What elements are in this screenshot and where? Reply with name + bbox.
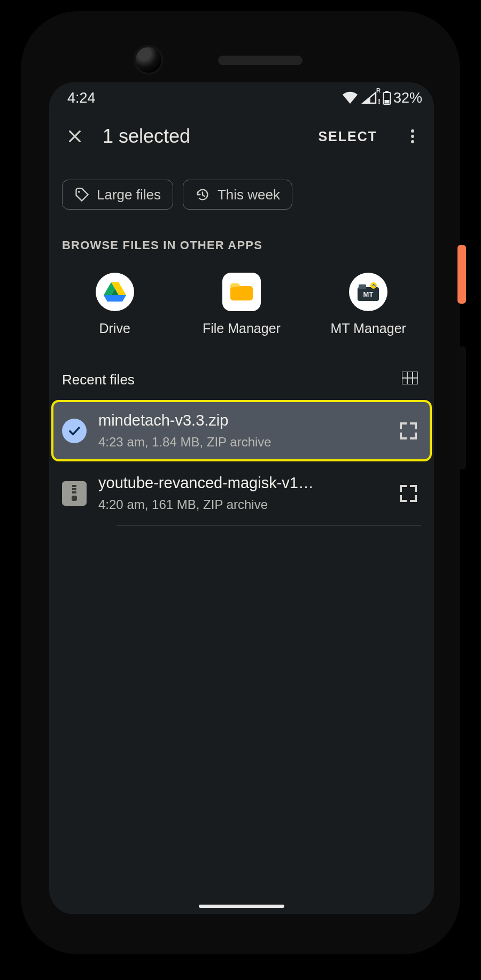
front-camera bbox=[134, 45, 164, 75]
recent-files-header: Recent files bbox=[49, 350, 434, 400]
list-divider bbox=[117, 525, 421, 526]
screen: 4:24 R ! bbox=[49, 82, 434, 914]
power-button bbox=[457, 245, 466, 304]
folder-icon bbox=[222, 273, 261, 311]
svg-point-4 bbox=[411, 135, 414, 138]
gesture-nav-bar bbox=[199, 905, 284, 908]
file-meta: 4:20 am, 161 MB, ZIP archive bbox=[98, 497, 384, 512]
battery-percent: 32% bbox=[393, 90, 422, 106]
overflow-menu-button[interactable] bbox=[398, 121, 428, 151]
close-icon bbox=[66, 128, 83, 145]
browse-app-mt-manager[interactable]: MT MT Manager bbox=[305, 265, 432, 344]
chip-this-week-label: This week bbox=[218, 187, 280, 203]
svg-rect-1 bbox=[385, 91, 389, 92]
browse-app-file-manager[interactable]: File Manager bbox=[178, 265, 305, 344]
svg-rect-12 bbox=[230, 286, 253, 300]
svg-rect-14 bbox=[359, 284, 366, 289]
selection-count-title: 1 selected bbox=[103, 125, 298, 148]
svg-point-5 bbox=[411, 140, 414, 143]
drive-icon bbox=[96, 273, 134, 311]
grid-icon bbox=[402, 372, 418, 384]
select-button[interactable]: SELECT bbox=[311, 129, 385, 144]
file-preview-button[interactable] bbox=[395, 481, 421, 506]
file-preview-button[interactable] bbox=[395, 418, 421, 444]
fullscreen-icon bbox=[398, 420, 419, 442]
chip-this-week[interactable]: This week bbox=[183, 180, 292, 210]
zip-icon bbox=[71, 485, 78, 502]
chip-large-files[interactable]: Large files bbox=[62, 180, 173, 210]
roaming-indicator: R bbox=[376, 87, 381, 94]
status-time: 4:24 bbox=[67, 90, 96, 106]
signal-icon bbox=[361, 91, 377, 104]
close-button[interactable] bbox=[60, 121, 90, 151]
browse-apps-heading: BROWSE FILES IN OTHER APPS bbox=[49, 223, 434, 265]
svg-point-3 bbox=[411, 129, 414, 133]
filter-chip-row: Large files This week bbox=[49, 159, 434, 223]
selected-check-indicator bbox=[62, 419, 87, 443]
svg-rect-24 bbox=[72, 496, 77, 501]
tag-icon bbox=[74, 187, 89, 202]
file-type-thumbnail bbox=[62, 481, 87, 506]
phone-frame: 4:24 R ! bbox=[19, 10, 462, 956]
svg-point-15 bbox=[370, 282, 377, 289]
app-bar: 1 selected SELECT bbox=[49, 113, 434, 159]
file-name: youtube-revanced-magisk-v1… bbox=[98, 474, 384, 492]
check-icon bbox=[67, 423, 82, 438]
volume-rocker bbox=[457, 346, 466, 469]
browse-app-drive[interactable]: Drive bbox=[51, 265, 178, 344]
grid-view-button[interactable] bbox=[402, 372, 418, 388]
svg-rect-22 bbox=[72, 488, 76, 490]
status-bar: 4:24 R ! bbox=[49, 82, 434, 113]
svg-marker-9 bbox=[104, 295, 126, 302]
svg-point-6 bbox=[78, 191, 80, 193]
no-data-icon: ! bbox=[378, 97, 381, 106]
browse-apps-row: Drive File Manager bbox=[49, 265, 434, 350]
recent-files-heading: Recent files bbox=[62, 372, 402, 388]
file-row[interactable]: youtube-revanced-magisk-v1… 4:20 am, 161… bbox=[49, 465, 434, 522]
speaker-grill bbox=[218, 56, 302, 65]
history-icon bbox=[195, 187, 210, 202]
browse-app-mt-manager-label: MT Manager bbox=[331, 321, 406, 336]
fullscreen-icon bbox=[398, 483, 419, 504]
svg-rect-23 bbox=[72, 491, 76, 493]
file-name: mindetach-v3.3.zip bbox=[98, 412, 384, 429]
svg-text:MT: MT bbox=[363, 290, 374, 298]
battery-icon bbox=[383, 91, 391, 105]
browse-app-drive-label: Drive bbox=[99, 321, 130, 336]
file-row-selected[interactable]: mindetach-v3.3.zip 4:23 am, 1.84 MB, ZIP… bbox=[53, 402, 430, 459]
mt-manager-icon: MT bbox=[349, 273, 387, 311]
browse-app-file-manager-label: File Manager bbox=[203, 321, 281, 336]
wifi-icon bbox=[342, 91, 358, 104]
file-meta: 4:23 am, 1.84 MB, ZIP archive bbox=[98, 435, 384, 450]
svg-rect-2 bbox=[384, 100, 389, 104]
more-vert-icon bbox=[410, 129, 415, 144]
svg-rect-21 bbox=[72, 485, 76, 487]
chip-large-files-label: Large files bbox=[97, 187, 161, 203]
